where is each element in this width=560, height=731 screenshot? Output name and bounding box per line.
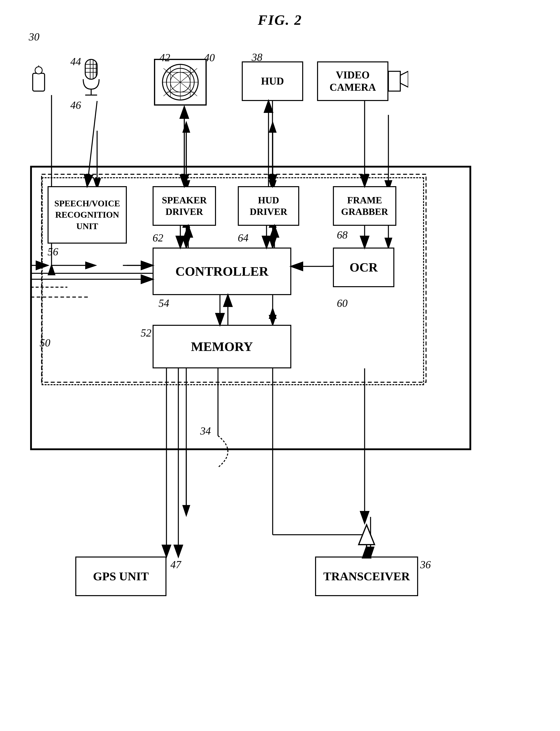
hud-driver-label: HUD DRIVER bbox=[250, 195, 287, 217]
ref-label-34: 34 bbox=[200, 425, 211, 437]
speaker-icon bbox=[153, 57, 208, 107]
diagram-container: FIG. 2 30 44 46 bbox=[0, 0, 560, 731]
svg-marker-58 bbox=[400, 71, 408, 87]
hud-driver-box: HUD DRIVER bbox=[238, 186, 299, 226]
speaker-driver-label: SPEAKER DRIVER bbox=[162, 195, 207, 217]
ref-label-38: 38 bbox=[252, 51, 262, 63]
speech-voice-box: SPEECH/VOICE RECOGNITION UNIT bbox=[48, 186, 127, 244]
speech-voice-label: SPEECH/VOICE RECOGNITION UNIT bbox=[54, 198, 120, 232]
ref-label-47: 47 bbox=[170, 558, 181, 571]
svg-rect-33 bbox=[33, 73, 45, 91]
video-camera-box: VIDEO CAMERA bbox=[317, 61, 388, 101]
microphone-icon bbox=[79, 57, 103, 101]
svg-rect-36 bbox=[85, 59, 97, 79]
antenna-icon bbox=[357, 523, 377, 556]
camera-icon bbox=[388, 67, 408, 95]
hud-box: HUD bbox=[242, 61, 303, 101]
gps-unit-box: GPS UNIT bbox=[75, 556, 166, 596]
ref-label-40: 40 bbox=[204, 52, 215, 64]
svg-marker-57 bbox=[388, 71, 400, 91]
transceiver-box: TRANSCEIVER bbox=[315, 556, 418, 596]
svg-marker-59 bbox=[359, 525, 375, 545]
ref-label-36: 36 bbox=[420, 558, 431, 571]
ocr-box: OCR bbox=[333, 248, 394, 287]
ref-label-44: 44 bbox=[70, 55, 81, 68]
ref-label-52: 52 bbox=[141, 327, 151, 339]
transceiver-label: TRANSCEIVER bbox=[323, 569, 410, 583]
gps-unit-label: GPS UNIT bbox=[93, 569, 149, 583]
speaker-driver-box: SPEAKER DRIVER bbox=[153, 186, 216, 226]
ref-label-42: 42 bbox=[160, 52, 170, 64]
ref-label-68: 68 bbox=[337, 229, 348, 241]
earpiece-device bbox=[31, 65, 49, 95]
controller-box: CONTROLLER bbox=[153, 248, 291, 295]
ref-label-64: 64 bbox=[238, 232, 248, 244]
hud-label: HUD bbox=[261, 75, 284, 87]
video-camera-label: VIDEO CAMERA bbox=[318, 69, 387, 94]
controller-label: CONTROLLER bbox=[175, 264, 268, 279]
figure-title: FIG. 2 bbox=[258, 12, 302, 28]
ref-label-60: 60 bbox=[337, 297, 348, 309]
ref-label-54: 54 bbox=[159, 297, 169, 309]
svg-point-34 bbox=[35, 67, 42, 74]
ref-label-50: 50 bbox=[40, 337, 50, 349]
memory-label: MEMORY bbox=[191, 339, 253, 354]
ref-label-56: 56 bbox=[48, 246, 58, 258]
ref-label-30: 30 bbox=[29, 31, 39, 43]
frame-grabber-box: FRAME GRABBER bbox=[333, 186, 396, 226]
frame-grabber-label: FRAME GRABBER bbox=[341, 195, 388, 217]
ref-label-46: 46 bbox=[70, 99, 81, 111]
ref-label-62: 62 bbox=[153, 232, 163, 244]
ocr-label: OCR bbox=[350, 260, 378, 275]
memory-box: MEMORY bbox=[153, 325, 291, 368]
